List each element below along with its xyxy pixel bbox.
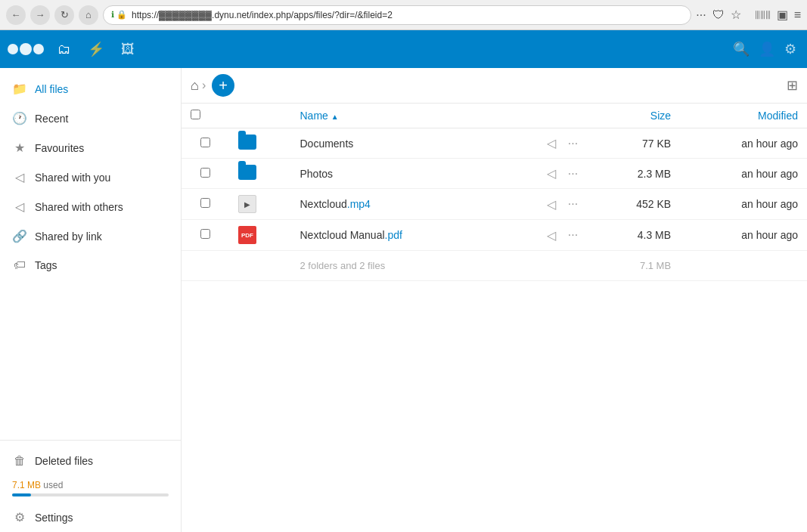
url-text: https://▓▓▓▓▓▓▓▓.dynu.net/index.php/apps… <box>132 10 683 20</box>
header-right-icons: 🔍 👤 ⚙ <box>730 38 799 60</box>
sidebar-item-shared-with-you[interactable]: ◁ Shared with you <box>0 162 181 192</box>
app-logo[interactable] <box>8 44 44 55</box>
sidebar-label-tags: Tags <box>35 259 57 271</box>
sidebar-item-recent[interactable]: 🕐 Recent <box>0 104 181 133</box>
more-button-pdf[interactable]: ··· <box>565 227 581 243</box>
row-modified-documents: an hour ago <box>680 128 807 159</box>
folder-icon <box>238 165 256 180</box>
link-icon: 🔗 <box>12 229 27 243</box>
row-checkbox-photos[interactable] <box>200 168 210 178</box>
lightning-nav-icon[interactable]: ⚡ <box>85 38 107 60</box>
trash-icon: 🗑 <box>12 454 27 468</box>
share-button-mp4[interactable]: ◁ <box>544 196 559 213</box>
sidebar-label-shared-with-you: Shared with you <box>35 172 110 184</box>
shield-icon[interactable]: 🛡 <box>712 8 725 22</box>
row-checkbox-cell <box>182 220 229 251</box>
more-button-documents[interactable]: ··· <box>565 135 581 152</box>
more-tools-icon[interactable]: ··· <box>696 8 706 22</box>
breadcrumb-home-icon[interactable]: ⌂ <box>191 78 199 94</box>
table-row: PDF Nextcloud Manual.pdf ◁ ··· 4.3 MB an… <box>182 220 807 251</box>
row-checkbox-cell <box>182 189 229 220</box>
video-icon: ▶ <box>238 195 256 213</box>
all-files-icon: 📁 <box>12 82 27 96</box>
row-name-cell-photos[interactable]: Photos <box>290 159 495 189</box>
table-row: Documents ◁ ··· 77 KB an hour ago <box>182 128 807 159</box>
size-column-header[interactable]: Size <box>590 104 680 128</box>
sidebar-label-recent: Recent <box>35 113 68 125</box>
sort-arrow-icon: ▲ <box>331 113 339 121</box>
sidebar-item-settings[interactable]: ⚙ Settings <box>0 503 181 532</box>
file-actions-mp4: ◁ ··· <box>505 196 582 213</box>
reload-button[interactable]: ↻ <box>54 5 74 25</box>
shared-with-others-icon: ◁ <box>12 200 27 214</box>
forward-button[interactable]: → <box>30 5 50 25</box>
recent-icon: 🕐 <box>12 111 27 125</box>
bookmarks-sidebar-icon[interactable]: ⫴⫴⫴ <box>755 8 771 22</box>
more-button-mp4[interactable]: ··· <box>565 196 581 212</box>
app-body: 📁 All files 🕐 Recent ★ Favourites ◁ Shar… <box>0 68 807 532</box>
star-icon: ★ <box>12 141 27 155</box>
logo-circles <box>8 44 44 55</box>
actions-column-header <box>496 104 591 128</box>
row-checkbox-pdf[interactable] <box>200 229 210 239</box>
file-actions-pdf: ◁ ··· <box>505 227 582 244</box>
main-content: ⌂ › + ⊞ Name ▲ Size <box>182 68 807 532</box>
row-checkbox-documents[interactable] <box>200 138 210 147</box>
row-actions-cell-pdf: ◁ ··· <box>496 220 591 251</box>
more-button-photos[interactable]: ··· <box>565 165 581 182</box>
storage-text: 7.1 MB used <box>12 480 63 490</box>
row-modified-pdf: an hour ago <box>680 220 807 251</box>
modified-column-header[interactable]: Modified <box>680 104 807 128</box>
hamburger-icon[interactable]: ≡ <box>794 8 801 22</box>
row-name-cell-documents[interactable]: Documents <box>290 128 495 159</box>
logo-circle-right <box>33 44 44 54</box>
address-bar[interactable]: ℹ 🔒 https://▓▓▓▓▓▓▓▓.dynu.net/index.php/… <box>103 5 691 25</box>
row-size-photos: 2.3 MB <box>590 159 680 189</box>
summary-text: 2 folders and 2 files <box>290 251 495 281</box>
table-header-row: Name ▲ Size Modified <box>182 104 807 128</box>
photos-nav-icon[interactable]: 🖼 <box>118 39 138 60</box>
sidebar-item-deleted-files[interactable]: 🗑 Deleted files <box>0 447 181 475</box>
row-icon-cell-documents <box>229 128 291 159</box>
row-checkbox-cell <box>182 128 229 159</box>
home-button[interactable]: ⌂ <box>79 5 98 25</box>
sidebar-item-favourites[interactable]: ★ Favourites <box>0 133 181 162</box>
share-button-documents[interactable]: ◁ <box>544 135 559 152</box>
row-actions-cell-photos: ◁ ··· <box>496 159 591 189</box>
select-all-header <box>182 104 229 128</box>
name-column-header[interactable]: Name ▲ <box>290 104 495 128</box>
bookmark-icon[interactable]: ☆ <box>731 8 741 22</box>
row-modified-photos: an hour ago <box>680 159 807 189</box>
new-file-button[interactable]: + <box>212 74 234 97</box>
files-nav-icon[interactable]: 🗂 <box>54 39 74 60</box>
view-toggle-button[interactable]: ⊞ <box>787 77 798 94</box>
back-button[interactable]: ← <box>6 5 26 25</box>
row-checkbox-cell <box>182 159 229 189</box>
search-icon[interactable]: 🔍 <box>730 38 753 60</box>
sidebar-item-all-files[interactable]: 📁 All files <box>0 74 181 104</box>
storage-bar <box>12 493 169 496</box>
file-icon-header <box>229 104 291 128</box>
tabs-icon[interactable]: ▣ <box>777 8 788 22</box>
sidebar-label-shared-with-others: Shared with others <box>35 201 123 213</box>
row-size-mp4: 452 KB <box>590 189 680 220</box>
summary-size: 7.1 MB <box>590 251 680 281</box>
select-all-checkbox[interactable] <box>191 110 200 119</box>
settings-icon[interactable]: ⚙ <box>781 38 799 60</box>
row-name-cell-pdf[interactable]: Nextcloud Manual.pdf <box>290 220 495 251</box>
shared-with-you-icon: ◁ <box>12 170 27 184</box>
share-button-photos[interactable]: ◁ <box>544 165 559 182</box>
sidebar-label-shared-by-link: Shared by link <box>35 230 102 243</box>
row-name-cell-mp4[interactable]: Nextcloud.mp4 <box>290 189 495 220</box>
sidebar-item-shared-with-others[interactable]: ◁ Shared with others <box>0 192 181 221</box>
sidebar-label-all-files: All files <box>35 83 68 95</box>
contacts-icon[interactable]: 👤 <box>756 38 778 60</box>
row-checkbox-mp4[interactable] <box>200 198 210 208</box>
sidebar-item-shared-by-link[interactable]: 🔗 Shared by link <box>0 221 181 251</box>
app-header: 🗂 ⚡ 🖼 🔍 👤 ⚙ <box>0 30 807 68</box>
file-actions-photos: ◁ ··· <box>505 165 582 182</box>
table-row: Photos ◁ ··· 2.3 MB an hour ago <box>182 159 807 189</box>
sidebar-item-tags[interactable]: 🏷 Tags <box>0 251 181 280</box>
file-toolbar: ⌂ › + ⊞ <box>182 68 807 104</box>
share-button-pdf[interactable]: ◁ <box>544 227 559 244</box>
